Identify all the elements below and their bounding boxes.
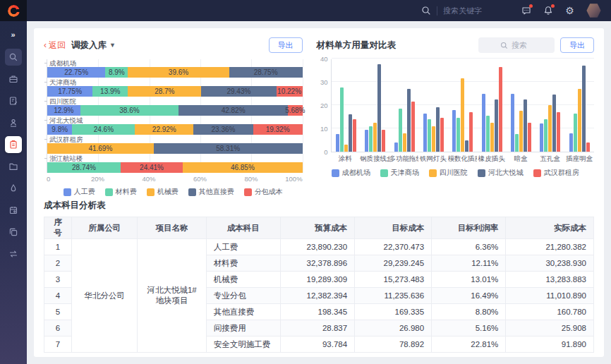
bar-segment[interactable]: 38.6% xyxy=(80,105,179,116)
bar[interactable] xyxy=(407,89,411,152)
back-link[interactable]: ‹ 返回 xyxy=(44,40,66,51)
sidebar-document-edit-icon[interactable] xyxy=(5,92,22,109)
table-row[interactable]: 1华北分公司河北大悦城1#地块项目人工费23,890.23022,370.473… xyxy=(44,239,594,255)
bar[interactable] xyxy=(552,95,556,152)
legend-item[interactable]: 其他直接费 xyxy=(188,187,234,197)
bar[interactable] xyxy=(540,123,543,152)
bar[interactable] xyxy=(578,89,581,152)
bar[interactable] xyxy=(365,130,368,152)
bar-segment[interactable]: 13.9% xyxy=(92,86,128,97)
bar-segment[interactable]: 24.6% xyxy=(72,124,135,135)
bar[interactable] xyxy=(394,142,398,152)
message-icon[interactable] xyxy=(521,6,531,16)
bar-segment[interactable]: 28.74% xyxy=(47,162,121,173)
sidebar-expand-double-chevron-icon[interactable]: » xyxy=(5,28,22,41)
left-export-button[interactable]: 导出 xyxy=(269,37,303,53)
sidebar-user-audit-icon[interactable] xyxy=(5,114,22,131)
bar[interactable] xyxy=(461,78,464,152)
bar[interactable] xyxy=(548,105,552,152)
bar-segment[interactable]: 42.82% xyxy=(179,105,288,116)
bar[interactable] xyxy=(524,99,527,152)
bar[interactable] xyxy=(557,112,560,152)
bar[interactable] xyxy=(382,130,385,152)
bar-segment[interactable]: 10.22% xyxy=(277,86,303,97)
legend-item[interactable]: 分包成本 xyxy=(244,187,283,197)
sidebar-calendar-device-icon[interactable] xyxy=(5,202,22,219)
bar[interactable] xyxy=(486,116,490,152)
topbar-search-input[interactable] xyxy=(443,6,504,15)
bar[interactable] xyxy=(482,94,485,152)
bar[interactable] xyxy=(515,134,519,152)
right-export-button[interactable]: 导出 xyxy=(560,37,594,53)
bar-segment[interactable]: 58.31% xyxy=(154,143,303,154)
bar-segment[interactable]: 23.36% xyxy=(193,124,253,135)
bar[interactable] xyxy=(377,64,381,152)
topbar-search[interactable] xyxy=(421,6,504,16)
bar[interactable] xyxy=(499,67,502,152)
sidebar-droplet-icon[interactable] xyxy=(5,180,22,197)
right-search-input[interactable] xyxy=(512,41,533,49)
bar[interactable] xyxy=(490,123,494,152)
bar-segment[interactable]: 22.92% xyxy=(135,124,193,135)
bar[interactable] xyxy=(452,110,456,152)
bar-segment[interactable]: 22.75% xyxy=(47,67,105,78)
avatar[interactable] xyxy=(586,4,601,18)
legend-item[interactable]: 成都机场 xyxy=(332,168,370,178)
sidebar-copy-icon[interactable] xyxy=(5,224,22,241)
bar-segment[interactable]: 24.41% xyxy=(121,162,183,173)
bar-segment[interactable]: 39.6% xyxy=(128,67,229,78)
bar[interactable] xyxy=(544,119,548,152)
chevron-down-icon[interactable]: ▼ xyxy=(109,42,116,49)
legend-item[interactable]: 四川医院 xyxy=(429,168,468,178)
gear-icon[interactable]: ⚙ xyxy=(564,6,575,16)
bar[interactable] xyxy=(569,133,573,152)
bar-segment[interactable]: 12.9% xyxy=(47,105,80,116)
bar[interactable] xyxy=(511,94,514,152)
bar-segment[interactable]: 29.43% xyxy=(201,86,276,97)
bar-segment[interactable]: 8.9% xyxy=(105,67,128,78)
sidebar-inventory-clipboard-icon[interactable] xyxy=(5,136,22,153)
bar[interactable] xyxy=(353,119,356,152)
bar[interactable] xyxy=(432,126,435,152)
page-title-dropdown[interactable]: 调拨入库 xyxy=(71,40,107,51)
bar[interactable] xyxy=(340,87,344,152)
bar-segment[interactable]: 17.75% xyxy=(47,86,92,97)
bar-segment[interactable]: 28.75% xyxy=(229,67,303,78)
bar[interactable] xyxy=(436,107,440,152)
bar[interactable] xyxy=(349,114,352,152)
sidebar-search-icon[interactable] xyxy=(5,49,22,66)
legend-item[interactable]: 材料费 xyxy=(105,187,137,197)
bar[interactable] xyxy=(336,134,339,152)
legend-item[interactable]: 河北大悦城 xyxy=(478,168,524,178)
bar[interactable] xyxy=(465,140,468,152)
bar[interactable] xyxy=(369,126,373,152)
bar[interactable] xyxy=(586,142,590,152)
bar[interactable] xyxy=(528,123,531,152)
bar[interactable] xyxy=(428,119,431,152)
bar[interactable] xyxy=(456,118,460,152)
bar-segment[interactable]: 9.8% xyxy=(47,124,72,135)
bar[interactable] xyxy=(423,114,427,152)
bar[interactable] xyxy=(399,109,402,152)
bar[interactable] xyxy=(574,114,577,152)
bar[interactable] xyxy=(469,112,473,152)
bar-segment[interactable]: 28.7% xyxy=(128,86,201,97)
bar-segment[interactable]: 46.85% xyxy=(183,162,302,173)
bell-icon[interactable] xyxy=(543,6,553,16)
bar[interactable] xyxy=(403,133,406,152)
bar-segment[interactable]: 5.68% xyxy=(288,105,303,116)
bar-segment[interactable]: 19.32% xyxy=(253,124,303,135)
bar[interactable] xyxy=(519,111,523,152)
bar[interactable] xyxy=(373,123,377,152)
sidebar-folder-icon[interactable] xyxy=(5,158,22,175)
bar-segment[interactable]: 41.69% xyxy=(47,143,154,154)
sidebar-briefcase-icon[interactable] xyxy=(5,71,22,87)
bar[interactable] xyxy=(582,66,586,152)
bar[interactable] xyxy=(344,145,348,152)
legend-item[interactable]: 机械费 xyxy=(147,187,179,197)
bar[interactable] xyxy=(411,102,415,152)
app-logo[interactable] xyxy=(0,0,27,21)
legend-item[interactable]: 人工费 xyxy=(63,187,95,197)
legend-item[interactable]: 武汉群租房 xyxy=(533,168,579,178)
sidebar-transfer-icon[interactable] xyxy=(5,245,22,262)
